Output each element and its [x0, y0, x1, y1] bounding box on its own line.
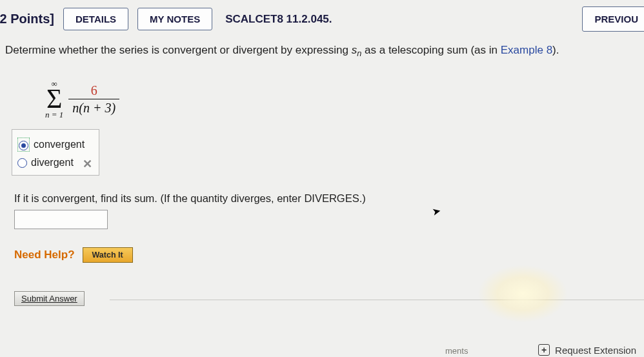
divider — [110, 300, 644, 300]
need-help-label: Need Help? — [14, 249, 75, 261]
submit-row: Submit Answer — [14, 285, 644, 312]
footer-fragment: ments — [445, 346, 468, 356]
question-prompt: Determine whether the series is converge… — [0, 39, 644, 65]
question-reference: SCALCET8 11.2.045. — [225, 13, 332, 26]
prompt-text-mid: as a telescoping sum (as in — [361, 44, 500, 56]
radio-icon — [17, 158, 27, 168]
option-divergent[interactable]: divergent — [17, 154, 85, 171]
request-extension-link[interactable]: + Request Extension — [538, 344, 636, 356]
need-help-row: Need Help? Watch It — [14, 247, 644, 263]
sigma-symbol: Σ — [46, 88, 62, 111]
sigma-lower: n = 1 — [45, 110, 63, 119]
option-convergent-label: convergent — [34, 139, 85, 150]
plus-icon: + — [538, 344, 550, 356]
option-convergent[interactable]: convergent — [17, 135, 85, 154]
details-button[interactable]: DETAILS — [63, 8, 128, 30]
option-divergent-label: divergent — [31, 157, 74, 168]
variable-s: s — [352, 44, 357, 56]
radio-icon — [19, 141, 28, 150]
watch-it-button[interactable]: Watch It — [83, 247, 133, 263]
sum-prompt: If it is convergent, find its sum. (If t… — [14, 192, 644, 205]
answer-options-box: convergent divergent ✕ — [12, 129, 99, 176]
fraction-numerator: 6 — [87, 83, 101, 99]
prompt-text-pre: Determine whether the series is converge… — [5, 44, 352, 56]
my-notes-button[interactable]: MY NOTES — [137, 8, 212, 30]
fraction: 6 n(n + 3) — [68, 83, 119, 116]
fraction-denominator: n(n + 3) — [68, 99, 119, 116]
sum-input[interactable] — [14, 210, 108, 229]
example-link[interactable]: Example 8 — [501, 44, 552, 56]
request-extension-label: Request Extension — [555, 345, 636, 356]
submit-answer-button[interactable]: Submit Answer — [14, 291, 85, 306]
mouse-cursor-icon: ➤ — [431, 205, 442, 218]
series-expression: ∞ Σ n = 1 6 n(n + 3) — [45, 79, 644, 119]
sigma-block: ∞ Σ n = 1 — [45, 79, 63, 119]
previous-button[interactable]: PREVIOU — [582, 6, 644, 32]
points-label: /2 Points] — [0, 12, 54, 26]
incorrect-icon: ✕ — [83, 157, 92, 171]
prompt-text-post: ). — [552, 44, 559, 56]
question-toolbar: /2 Points] DETAILS MY NOTES SCALCET8 11.… — [0, 0, 644, 39]
